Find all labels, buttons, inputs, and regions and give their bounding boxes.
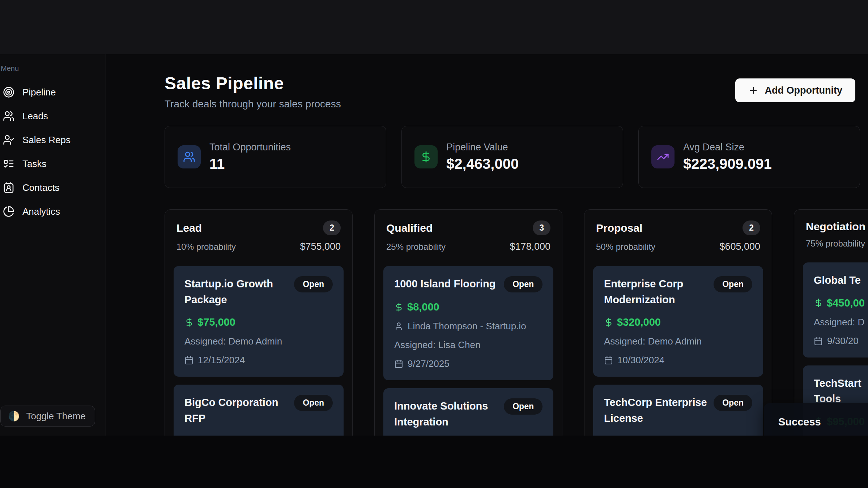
dollar-icon: [414, 145, 438, 168]
stat-card-total-opportunities: Total Opportunities 11: [165, 126, 386, 188]
deal-card[interactable]: BigCo Corporation RFP Open $680,000 Assi…: [174, 385, 344, 436]
column-count-badge: 2: [743, 221, 760, 235]
column-count-badge: 2: [323, 221, 341, 235]
status-badge: Open: [294, 276, 333, 292]
column-name: Negotiation: [806, 221, 865, 233]
toast-title: Success: [778, 416, 868, 428]
stat-value: $223,909.091: [683, 156, 772, 172]
column-cards: Startup.io Growth Package Open $75,000 A…: [174, 266, 344, 436]
dollar-icon: [814, 298, 823, 308]
stat-label: Pipeline Value: [446, 142, 519, 153]
stat-value: $2,463,000: [446, 156, 519, 172]
add-opportunity-button[interactable]: Add Opportunity: [735, 78, 855, 102]
deal-title: Global Te: [814, 273, 861, 288]
app-window: Menu Pipeline Leads Sales Reps Tasks: [0, 54, 868, 436]
sidebar: Menu Pipeline Leads Sales Reps Tasks: [0, 54, 106, 436]
dollar-icon: [184, 318, 194, 327]
deal-assigned: Assigned: Lisa Chen: [394, 339, 542, 351]
stats-row: Total Opportunities 11 Pipeline Value $2…: [165, 126, 860, 188]
letterbox-bottom: [0, 436, 868, 488]
kanban-board: Lead 2 10% probability $755,000 Startup.…: [165, 209, 860, 436]
column-probability: 25% probability: [386, 242, 446, 252]
deal-title: TechCorp Enterprise License: [604, 395, 708, 426]
sidebar-item-leads[interactable]: Leads: [0, 107, 106, 125]
deal-card[interactable]: 1000 Island Flooring Open $8,000 Linda T…: [383, 266, 553, 380]
sidebar-item-pipeline[interactable]: Pipeline: [0, 83, 106, 102]
column-lead: Lead 2 10% probability $755,000 Startup.…: [165, 209, 353, 436]
deal-amount: $75,000: [197, 316, 235, 328]
deal-card[interactable]: TechCorp Enterprise License Open $285,00…: [593, 385, 763, 436]
calendar-icon: [814, 337, 823, 346]
stat-value: 11: [209, 156, 291, 172]
column-name: Proposal: [596, 222, 642, 234]
calendar-icon: [184, 356, 193, 365]
screen: Menu Pipeline Leads Sales Reps Tasks: [0, 0, 868, 488]
deal-assigned: Assigned: D: [814, 317, 868, 328]
deal-title: TechStart Tools: [814, 376, 861, 407]
sidebar-item-tasks[interactable]: Tasks: [0, 154, 106, 173]
column-header: Qualified 3 25% probability $178,000: [383, 221, 553, 252]
column-name: Lead: [176, 222, 202, 234]
stat-label: Avg Deal Size: [683, 142, 772, 153]
sidebar-item-contacts[interactable]: Contacts: [0, 178, 106, 197]
deal-assigned: Assigned: Demo Admin: [184, 336, 333, 347]
deal-title: 1000 Island Flooring: [394, 276, 495, 292]
users-icon: [178, 145, 201, 168]
sidebar-nav: Pipeline Leads Sales Reps Tasks Contacts: [0, 83, 106, 221]
column-proposal: Proposal 2 50% probability $605,000 Ente…: [584, 209, 772, 436]
deal-card[interactable]: Enterprise Corp Modernization Open $320,…: [593, 266, 763, 377]
column-qualified: Qualified 3 25% probability $178,000 100…: [374, 209, 562, 436]
toggle-theme-label: Toggle Theme: [26, 411, 85, 422]
sidebar-item-analytics[interactable]: Analytics: [0, 202, 106, 221]
stat-card-avg-deal-size: Avg Deal Size $223,909.091: [638, 126, 860, 188]
user-icon: [394, 322, 403, 331]
status-badge: Open: [294, 395, 333, 411]
deal-date: 9/30/20: [814, 335, 868, 347]
menu-section-label: Menu: [0, 64, 106, 73]
list-todo-icon: [3, 158, 14, 170]
calendar-icon: [604, 356, 613, 365]
sidebar-item-label: Contacts: [22, 182, 60, 193]
stat-label: Total Opportunities: [209, 142, 291, 153]
main-content: Sales Pipeline Track deals through your …: [106, 54, 868, 436]
deal-amount: $320,000: [617, 316, 661, 328]
deal-title: Innovate Solutions Integration: [394, 398, 498, 430]
add-opportunity-label: Add Opportunity: [765, 85, 842, 96]
success-toast[interactable]: Success: [764, 403, 868, 436]
column-total: $755,000: [300, 241, 341, 252]
sidebar-item-label: Leads: [22, 111, 48, 122]
deal-contact: Linda Thompson - Startup.io: [394, 321, 542, 332]
plus-icon: [748, 85, 758, 95]
contact-card-icon: [3, 182, 14, 193]
target-icon: [3, 86, 14, 98]
deal-date: 10/30/2024: [604, 355, 752, 366]
deal-assigned: Assigned: Demo Admin: [604, 336, 752, 347]
toggle-theme-button[interactable]: 🌓 Toggle Theme: [0, 406, 95, 427]
column-negotiation: Negotiation 75% probability Global Te: [794, 209, 868, 436]
column-total: $605,000: [719, 241, 760, 252]
status-badge: Open: [714, 395, 752, 411]
column-probability: 75% probability: [806, 239, 865, 249]
sidebar-item-sales-reps[interactable]: Sales Reps: [0, 130, 106, 149]
status-badge: Open: [504, 398, 542, 415]
deal-card[interactable]: Innovate Solutions Integration Open $125…: [383, 388, 553, 436]
status-badge: Open: [504, 276, 542, 292]
status-badge: Open: [714, 276, 752, 292]
users-icon: [3, 110, 14, 122]
column-total: $178,000: [510, 241, 550, 252]
deal-title: BigCo Corporation RFP: [184, 395, 288, 426]
column-probability: 50% probability: [596, 242, 655, 252]
deal-card[interactable]: Global Te $450,00 Assigned: D 9/30/20: [803, 262, 868, 358]
dollar-icon: [394, 303, 404, 312]
deal-date: 12/15/2024: [184, 355, 333, 366]
column-probability: 10% probability: [176, 242, 236, 252]
deal-card[interactable]: Startup.io Growth Package Open $75,000 A…: [174, 266, 344, 377]
dollar-icon: [604, 318, 613, 327]
deal-amount: $8,000: [407, 301, 439, 313]
deal-title: Enterprise Corp Modernization: [604, 276, 708, 308]
sidebar-item-label: Sales Reps: [22, 134, 71, 146]
sidebar-item-label: Pipeline: [22, 87, 56, 98]
pie-chart-icon: [3, 206, 14, 217]
column-cards: Enterprise Corp Modernization Open $320,…: [593, 266, 763, 436]
column-header: Lead 2 10% probability $755,000: [174, 221, 344, 252]
